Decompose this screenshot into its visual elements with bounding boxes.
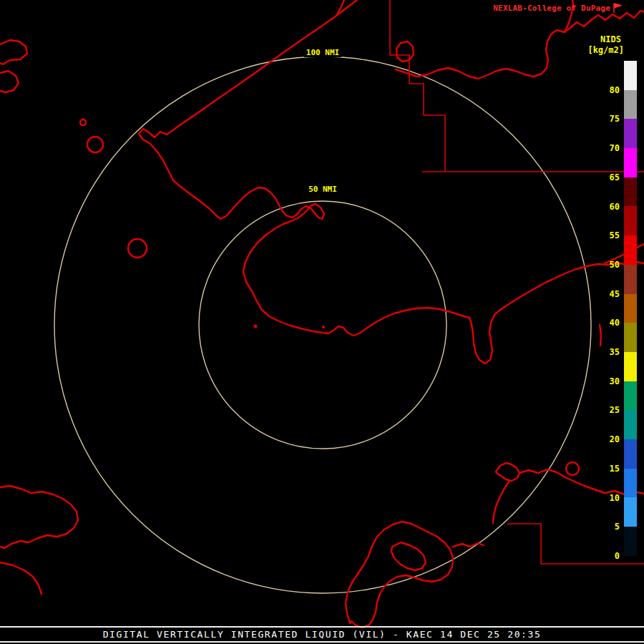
- colorbar-segment-above-80: [624, 61, 637, 90]
- colorbar-segment-0-5: [624, 527, 637, 556]
- colorbar-segment-30-35: [624, 352, 637, 381]
- colorbar-segment-65-70: [624, 148, 637, 177]
- colorbar-segment-45-50: [624, 265, 637, 294]
- range-ring-50nmi: [199, 201, 447, 449]
- colorbar-segment-10-15: [624, 469, 637, 498]
- island-topleft-2: [0, 71, 19, 92]
- page-title: NEXLAB-College of DuPage: [493, 4, 610, 13]
- colorbar-segment-70-75: [624, 119, 637, 148]
- radar-map: [0, 0, 644, 644]
- radar-site-dot: [322, 326, 325, 328]
- footer-divider-bottom: [0, 641, 644, 643]
- scale-units-label: [kg/m2]: [587, 45, 624, 55]
- range-ring-label-50nmi: 50 NMI: [306, 185, 339, 194]
- nexlab-logo-icon: [612, 2, 623, 14]
- radar-display: 100 NMI 50 NMI NEXLAB-College of DuPage …: [0, 0, 644, 644]
- colorbar-segment-5-10: [624, 497, 637, 527]
- range-ring-100nmi: [54, 57, 591, 593]
- island-south-lagoon: [391, 542, 426, 570]
- colorbar-segment-50-55: [624, 235, 637, 265]
- colorbar-segment-35-40: [624, 323, 637, 352]
- range-ring-label-100nmi: 100 NMI: [304, 48, 341, 57]
- lake-northeast: [396, 42, 414, 62]
- colorbar-segment-55-60: [624, 206, 637, 235]
- scale-name-label: NIDS: [600, 34, 621, 44]
- colorbar-segment-75-80: [624, 90, 637, 119]
- colorbar-segment-40-45: [624, 294, 637, 323]
- island-ring-west-small: [80, 119, 86, 125]
- island-south-spur: [453, 543, 484, 547]
- river-southeast-connector: [493, 481, 509, 523]
- island-ring-southeast: [566, 462, 579, 475]
- boundary-stairstep-north: [390, 0, 445, 171]
- island-ring-west: [87, 137, 103, 152]
- footer-divider-top: [0, 626, 644, 628]
- colorbar-segment-60-65: [624, 177, 637, 207]
- river-east-short: [600, 325, 601, 346]
- range-rings: [54, 57, 591, 593]
- island-ring-midwest: [128, 239, 147, 258]
- colorbar-segment-15-20: [624, 439, 637, 469]
- colorbar-segments: [624, 61, 637, 556]
- islet-dot: [254, 325, 258, 328]
- island-topleft-1: [0, 40, 27, 64]
- coastline-southwest-lower: [0, 562, 42, 594]
- colorbar-segment-25-30: [624, 381, 637, 411]
- coastlines: [0, 0, 644, 628]
- colorbar-segment-20-25: [624, 410, 637, 439]
- footer-product-text: DIGITAL VERTICALLY INTEGRATED LIQUID (VI…: [0, 629, 644, 640]
- lake-southeast-loop: [496, 463, 519, 481]
- boundary-lines: [390, 0, 644, 564]
- peninsula-southwest: [0, 486, 78, 548]
- island-south-outline: [346, 522, 453, 628]
